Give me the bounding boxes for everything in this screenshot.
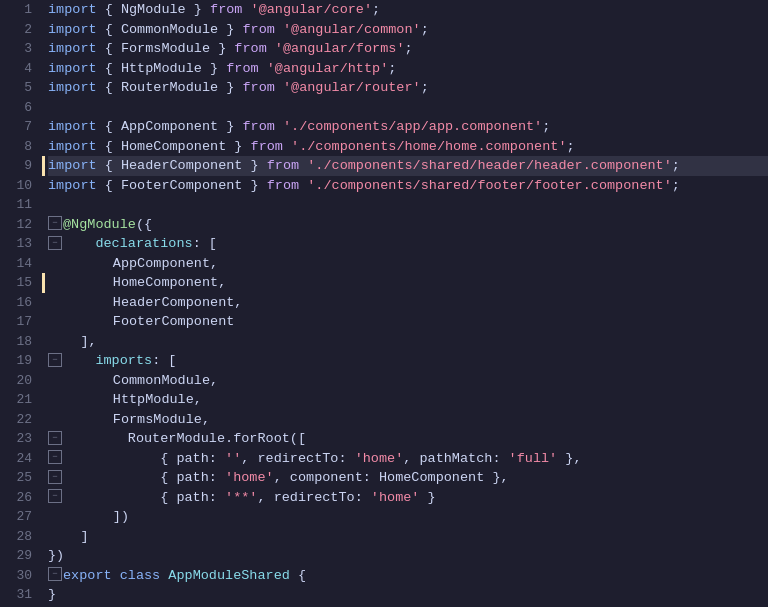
code-line-11 — [48, 195, 768, 215]
code-line-4: import { HttpModule } from '@angular/htt… — [48, 59, 768, 79]
code-line-27: ]) — [48, 507, 768, 527]
line-number-21: 21 — [0, 390, 32, 410]
code-line-8: import { HomeComponent } from './compone… — [48, 137, 768, 157]
token-prop: imports — [63, 351, 152, 371]
code-line-14: AppComponent, — [48, 254, 768, 274]
token-str: '@angular/forms' — [275, 39, 405, 59]
token-prop: declarations — [63, 234, 193, 254]
token-punct: : [ — [193, 234, 217, 254]
token-kw: import — [48, 0, 97, 20]
fold-icon[interactable]: − — [48, 489, 62, 503]
line-number-31: 31 — [0, 585, 32, 605]
line-number-3: 3 — [0, 39, 32, 59]
line-number-7: 7 — [0, 117, 32, 137]
token-punct — [299, 156, 307, 176]
token-punct — [275, 117, 283, 137]
token-punct: ; — [672, 176, 680, 196]
line-number-25: 25 — [0, 468, 32, 488]
line-number-10: 10 — [0, 176, 32, 196]
line-number-22: 22 — [0, 410, 32, 430]
token-punct: ; — [388, 59, 396, 79]
code-line-19: − imports: [ — [48, 351, 768, 371]
token-str: './components/app/app.component' — [283, 117, 542, 137]
token-str: '@angular/router' — [283, 78, 421, 98]
code-line-12: −@NgModule({ — [48, 215, 768, 235]
token-punct — [299, 176, 307, 196]
token-punct: { HeaderComponent } — [97, 156, 267, 176]
code-line-7: import { AppComponent } from './componen… — [48, 117, 768, 137]
token-punct: , pathMatch: — [403, 449, 508, 469]
line-number-19: 19 — [0, 351, 32, 371]
token-str: './components/shared/header/header.compo… — [307, 156, 672, 176]
token-kw2: from — [234, 39, 266, 59]
token-str: 'home' — [371, 488, 420, 508]
line-number-27: 27 — [0, 507, 32, 527]
token-punct: { — [290, 566, 306, 586]
token-punct: { RouterModule } — [97, 78, 243, 98]
token-kw2: from — [242, 117, 274, 137]
code-line-5: import { RouterModule } from '@angular/r… — [48, 78, 768, 98]
token-kw: import — [48, 156, 97, 176]
line-number-4: 4 — [0, 59, 32, 79]
line-numbers: 1234567891011121314151617181920212223242… — [0, 0, 42, 607]
code-line-22: FormsModule, — [48, 410, 768, 430]
token-punct: RouterModule.forRoot([ — [63, 429, 306, 449]
fold-icon[interactable]: − — [48, 216, 62, 230]
fold-icon[interactable]: − — [48, 236, 62, 250]
token-kw2: from — [226, 59, 258, 79]
fold-icon[interactable]: − — [48, 353, 62, 367]
code-line-17: FooterComponent — [48, 312, 768, 332]
token-punct: , redirectTo: — [241, 449, 354, 469]
token-punct: { HomeComponent } — [97, 137, 251, 157]
token-kw2: from — [267, 156, 299, 176]
code-line-21: HttpModule, — [48, 390, 768, 410]
code-line-9: import { HeaderComponent } from './compo… — [48, 156, 768, 176]
token-punct: ; — [542, 117, 550, 137]
line-number-23: 23 — [0, 429, 32, 449]
token-punct: { path: — [63, 468, 225, 488]
token-kw2: from — [242, 78, 274, 98]
token-kw: import — [48, 176, 97, 196]
fold-icon[interactable]: − — [48, 567, 62, 581]
token-punct: { path: — [63, 488, 225, 508]
token-punct: { FormsModule } — [97, 39, 235, 59]
token-punct: ]) — [48, 507, 129, 527]
token-punct: { FooterComponent } — [97, 176, 267, 196]
code-line-31: } — [48, 585, 768, 605]
token-punct: { CommonModule } — [97, 20, 243, 40]
token-punct: AppComponent, — [48, 254, 218, 274]
fold-icon[interactable]: − — [48, 450, 62, 464]
token-kw2: from — [210, 0, 242, 20]
token-str: './components/shared/footer/footer.compo… — [307, 176, 672, 196]
code-line-2: import { CommonModule } from '@angular/c… — [48, 20, 768, 40]
token-punct — [112, 566, 120, 586]
line-number-9: 9 — [0, 156, 32, 176]
token-str: 'home' — [355, 449, 404, 469]
code-area[interactable]: import { NgModule } from '@angular/core'… — [42, 0, 768, 607]
line-number-6: 6 — [0, 98, 32, 118]
code-line-30: −export class AppModuleShared { — [48, 566, 768, 586]
token-kw: import — [48, 59, 97, 79]
token-punct — [275, 20, 283, 40]
token-punct: ; — [421, 78, 429, 98]
token-punct: ; — [421, 20, 429, 40]
token-punct: FooterComponent — [48, 312, 234, 332]
token-punct: } — [419, 488, 435, 508]
fold-icon[interactable]: − — [48, 431, 62, 445]
token-decorator: @NgModule — [63, 215, 136, 235]
line-number-14: 14 — [0, 254, 32, 274]
token-str: '**' — [225, 488, 257, 508]
code-line-13: − declarations: [ — [48, 234, 768, 254]
token-punct — [160, 566, 168, 586]
token-punct: ], — [48, 332, 97, 352]
code-line-24: − { path: '', redirectTo: 'home', pathMa… — [48, 449, 768, 469]
token-str: 'full' — [509, 449, 558, 469]
token-str: '@angular/common' — [283, 20, 421, 40]
token-punct — [242, 0, 250, 20]
line-number-29: 29 — [0, 546, 32, 566]
fold-icon[interactable]: − — [48, 470, 62, 484]
code-line-26: − { path: '**', redirectTo: 'home' } — [48, 488, 768, 508]
line-number-11: 11 — [0, 195, 32, 215]
code-line-25: − { path: 'home', component: HomeCompone… — [48, 468, 768, 488]
line-number-30: 30 — [0, 566, 32, 586]
